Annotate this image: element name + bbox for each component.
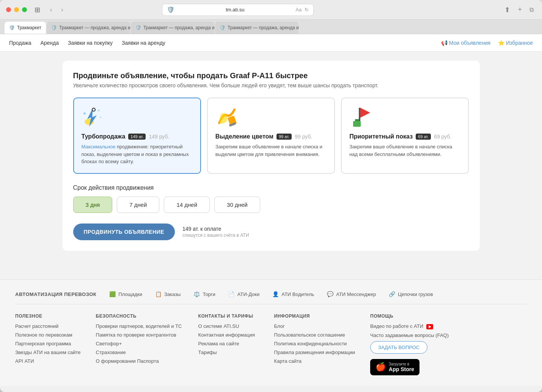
sidebar-toggle-button[interactable]: ⊞ xyxy=(31,4,43,16)
reader-icon: Aa xyxy=(295,7,302,13)
footer-nav-messenger[interactable]: 💬 АТИ Мессенджер xyxy=(326,290,376,298)
link-video[interactable]: Видео по работе с АТИ xyxy=(370,323,449,329)
close-button[interactable] xyxy=(6,7,11,12)
link-proverki[interactable]: Проверки партнеров, водителей и ТС xyxy=(96,323,183,329)
url-text: tm.ati.su xyxy=(178,7,292,13)
link-poleznoe[interactable]: Полезное по перевозкам xyxy=(15,332,81,338)
forward-button[interactable]: › xyxy=(59,5,65,15)
duration-14-days[interactable]: 14 дней xyxy=(164,197,210,213)
footer-nav-voditel[interactable]: 👤 АТИ Водитель xyxy=(272,290,314,298)
zakazy-icon: 📋 xyxy=(154,290,162,298)
app-store-name: App Store xyxy=(389,366,414,372)
duration-30-days[interactable]: 30 дней xyxy=(214,197,260,213)
link-pravila[interactable]: Правила размещения информации xyxy=(274,349,355,355)
address-bar[interactable]: 🛡️ tm.ati.su Aa ↻ xyxy=(162,4,314,16)
link-o-sisteme[interactable]: О системе ATI.SU xyxy=(198,323,259,329)
footer-col-poleznoe-title: ПОЛЕЗНОЕ xyxy=(15,313,81,319)
footer-col-bezopasnost-title: БЕЗОПАСНОСТЬ xyxy=(96,313,183,319)
link-karta[interactable]: Карта сайта xyxy=(274,358,355,364)
site-nav: Продажа Аренда Заявки на покупку Заявки … xyxy=(0,34,542,52)
voditel-icon: 👤 xyxy=(272,290,279,298)
security-icon: 🛡️ xyxy=(167,6,174,13)
turbo-icon xyxy=(82,106,193,129)
link-pamyatka[interactable]: Памятка по проверке контрагентов xyxy=(96,332,183,338)
tab-label: Тракмаркет xyxy=(17,25,41,30)
nav-link-prodazha[interactable]: Продажа xyxy=(9,40,31,46)
promo-option-priority-title: Приоритетный показ 69 ат. 69 руб. xyxy=(349,133,460,140)
tab-1[interactable]: 🛡️ Тракмаркет — продажа, аренда и покупк… xyxy=(47,22,130,34)
svg-point-4 xyxy=(83,112,86,115)
maximize-button[interactable] xyxy=(22,7,27,12)
tab-label: Тракмаркет — продажа, аренда и покупка п… xyxy=(59,25,130,30)
duration-7-days[interactable]: 7 дней xyxy=(117,197,159,213)
back-button[interactable]: ‹ xyxy=(48,5,54,15)
link-faq[interactable]: Часто задаваемые вопросы (FAQ) xyxy=(370,332,449,338)
priority-badge: 69 ат. xyxy=(416,134,431,140)
tab-0[interactable]: 🛡️ Тракмаркет xyxy=(5,22,46,34)
new-tab-button[interactable]: + xyxy=(515,4,524,15)
nav-link-arenda[interactable]: Аренда xyxy=(40,40,59,46)
ask-question-button[interactable]: ЗАДАТЬ ВОПРОС xyxy=(370,341,427,354)
footer-col-kontakty-title: КОНТАКТЫ И ТАРИФЫ xyxy=(198,313,259,319)
footer-nav-doki[interactable]: 📄 АТИ-Доки xyxy=(228,290,259,298)
link-blog[interactable]: Блог xyxy=(274,323,355,329)
tab-overview-button[interactable]: ⧉ xyxy=(527,5,536,15)
link-zvezdy[interactable]: Звезды АТИ на вашем сайте xyxy=(15,349,81,355)
footer-nav-chains[interactable]: 🔗 Цепочки грузов xyxy=(388,290,433,298)
link-reklama[interactable]: Реклама на сайте xyxy=(198,341,259,346)
footer-brand: АВТОМАТИЗАЦИЯ ПЕРЕВОЗОК xyxy=(15,291,96,297)
nav-link-zayavki-pokupku[interactable]: Заявки на покупку xyxy=(68,40,113,46)
tab-favicon: 🛡️ xyxy=(51,25,57,30)
promo-option-turbo[interactable]: Турбопродажа 149 ат. 149 руб. Максимальн… xyxy=(73,98,201,174)
footer-nav-zakazy[interactable]: 📋 Заказы xyxy=(154,290,181,298)
promo-option-color[interactable]: Выделение цветом 99 ат. 99 руб. Закрепим… xyxy=(207,98,335,174)
footer-col-info: ИНФОРМАЦИЯ Блог Пользовательское соглаше… xyxy=(274,313,355,375)
link-api[interactable]: API АТИ xyxy=(15,358,81,364)
link-raschot[interactable]: Расчет расстояний xyxy=(15,323,81,329)
duration-3-days[interactable]: 3 дня xyxy=(73,197,113,213)
priority-icon xyxy=(349,106,460,129)
tab-2[interactable]: 🛡️ Тракмаркет — продажа, аренда и покупк… xyxy=(131,22,214,34)
footer: АВТОМАТИЗАЦИЯ ПЕРЕВОЗОК 🟩 Площадки 📋 Зак… xyxy=(0,279,542,386)
minimize-button[interactable] xyxy=(14,7,19,12)
nav-moi-obyavleniya[interactable]: 📢 Мои объявления xyxy=(441,40,490,46)
reload-icon[interactable]: ↻ xyxy=(305,7,309,13)
tab-label: Тракмаркет — продажа, аренда и покупка п… xyxy=(143,25,214,30)
app-store-badge[interactable]: 🍎 Загрузите в App Store xyxy=(370,359,419,375)
footer-col-pomosh-title: ПОМОЩЬ xyxy=(370,313,449,319)
svg-rect-12 xyxy=(355,119,359,121)
tab-favicon: 🛡️ xyxy=(220,25,225,30)
star-icon: ⭐ xyxy=(498,40,504,46)
footer-col-bezopasnost: БЕЗОПАСНОСТЬ Проверки партнеров, водител… xyxy=(96,313,183,375)
nav-link-zayavki-arendu[interactable]: Заявки на аренду xyxy=(122,40,165,46)
tab-favicon: 🛡️ xyxy=(9,25,15,30)
svg-point-6 xyxy=(97,110,99,112)
link-kontakty[interactable]: Контактная информация xyxy=(198,332,259,338)
link-soglashenie[interactable]: Пользовательское соглашение xyxy=(274,332,355,338)
promo-card: Продвиньте объявление, чтобы продать Gra… xyxy=(63,61,480,251)
footer-nav-ploshchadki[interactable]: 🟩 Площадки xyxy=(108,290,142,298)
submit-button[interactable]: ПРОДВИНУТЬ ОБЪЯВЛЕНИЕ xyxy=(73,224,175,240)
messenger-icon: 💬 xyxy=(326,290,334,298)
link-konfidentsialnost[interactable]: Политика конфиденциальности xyxy=(274,341,355,346)
payment-sub: спишутся с вашего счёта в АТИ xyxy=(182,233,249,238)
footer-col-poleznoe: ПОЛЕЗНОЕ Расчет расстояний Полезное по п… xyxy=(15,313,81,375)
youtube-icon xyxy=(426,324,433,329)
apple-icon: 🍎 xyxy=(375,362,386,372)
color-desc: Закрепим ваше объявление в начале списка… xyxy=(215,143,327,158)
link-partner[interactable]: Партнерская программа xyxy=(15,341,81,346)
share-button[interactable]: ⬆ xyxy=(502,4,512,16)
nav-izbrannoe[interactable]: ⭐ Избранное xyxy=(498,40,533,46)
link-tarify[interactable]: Тарифы xyxy=(198,349,259,355)
payment-info: 149 ат. к оплате спишутся с вашего счёта… xyxy=(182,226,249,238)
tab-3[interactable]: 🛡️ Тракмаркет — продажа, аренда и покупк… xyxy=(215,22,298,34)
footer-col-pomosh: ПОМОЩЬ Видео по работе с АТИ Часто задав… xyxy=(370,313,449,375)
link-svetofor[interactable]: Светофор+ xyxy=(96,341,183,346)
ploshchadki-icon: 🟩 xyxy=(108,290,116,298)
promo-option-priority[interactable]: Приоритетный показ 69 ат. 69 руб. Закреп… xyxy=(341,98,469,174)
traffic-lights xyxy=(6,7,27,12)
chains-icon: 🔗 xyxy=(388,290,396,298)
footer-nav-torgi[interactable]: ⚖️ Торги xyxy=(193,290,215,298)
link-strakhovanie[interactable]: Страхование xyxy=(96,349,183,355)
link-pasport[interactable]: О формировании Паспорта xyxy=(96,358,183,364)
